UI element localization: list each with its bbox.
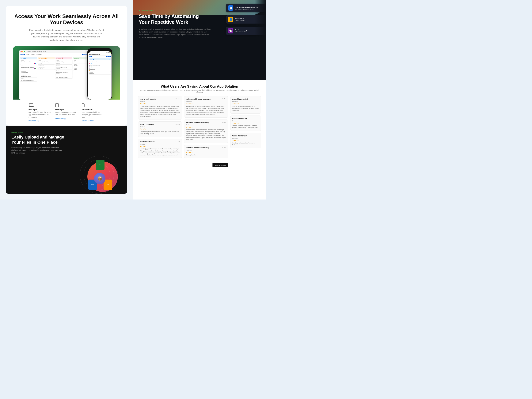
svg-rect-1 xyxy=(29,106,34,107)
review-date-1: 31. Jan xyxy=(176,124,180,125)
mac-download-link[interactable]: Download app xyxy=(28,120,51,122)
table-btn[interactable]: Table xyxy=(31,54,35,55)
review-title-8: Works Well for Sim xyxy=(232,135,247,137)
automate-label: Automate Your Day xyxy=(139,10,260,11)
review-date-0: 31. Jan xyxy=(176,98,180,100)
review-author-7: Reviewer xyxy=(232,120,259,122)
review-stars-8: ★★★☆☆ xyxy=(232,140,259,141)
breadcrumb: ← Back Website Redesign 2024 xyxy=(27,51,46,52)
review-stars-5: ★★★★☆ xyxy=(186,152,226,153)
review-author-6: Reviewer xyxy=(232,101,259,102)
xls-file-icon: XLS xyxy=(96,160,104,170)
review-card-1: Super Convenient! 31. Jan Reviewer ★★★★★… xyxy=(138,121,182,137)
review-author-8: Reviewer xyxy=(232,138,259,139)
mac-desc: Unlock the full potential of our app wit… xyxy=(28,111,51,118)
phone-frame: 9:41 ▐▐▐ WiFi 🔋 Website Redesign 2024 Bo… xyxy=(87,48,112,100)
review-stars-7: ★★★★☆ xyxy=(232,122,259,124)
review-card-3: Solid App with Room for Growth 31. Jan R… xyxy=(184,96,228,118)
upload-section: Upload Center Easily Upload and Manage Y… xyxy=(6,126,127,194)
svg-point-5 xyxy=(83,107,83,107)
review-text-5: This app handle xyxy=(186,154,226,156)
mac-name: Mac app xyxy=(28,108,51,111)
reviews-left-col: Best of Both Worlds! 31. Jan Reviewer ★★… xyxy=(138,96,182,167)
review-date-4: 31. Jan xyxy=(222,122,226,123)
iphone-icon xyxy=(82,103,87,107)
left-panel: Access Your Work Seamlessly Across All Y… xyxy=(0,0,133,200)
review-title-6: Everything I Needed xyxy=(232,98,248,100)
svg-point-3 xyxy=(57,107,57,107)
review-title-2: All-in-One Solution! xyxy=(140,141,155,143)
review-title-3: Solid App with Room for Growth xyxy=(186,98,211,100)
reviews-section-subtitle: Discover how our system revolutionizes p… xyxy=(138,89,261,93)
review-author-2: Reviewer xyxy=(140,143,180,145)
tablet-frame: ← Back Website Redesign 2024 Board List … xyxy=(19,50,91,100)
reviews-section: What Users Are Saying About Our App Solu… xyxy=(133,80,266,200)
review-card-8: Works Well for Sim Reviewer ★★★☆☆ Great … xyxy=(230,133,261,148)
reviews-right-col: Everything I Needed Reviewer ★★★★★ This … xyxy=(230,96,261,167)
reviews-grid: Best of Both Worlds! 31. Jan Reviewer ★★… xyxy=(138,96,261,167)
review-title-0: Best of Both Worlds! xyxy=(140,98,156,100)
review-text-6: This app has comp can manage my da campa… xyxy=(232,105,259,112)
svg-rect-0 xyxy=(29,104,33,106)
ipad-icon xyxy=(55,103,60,107)
mac-device: Mac app Unlock the full potential of our… xyxy=(27,103,53,122)
download-section: Mac app Unlock the full potential of our… xyxy=(19,100,114,126)
hero-subtitle: Experience the flexibility to manage you… xyxy=(28,28,104,42)
reviews-middle-col: Solid App with Room for Growth 31. Jan R… xyxy=(184,96,228,167)
upload-desc: Effortlessly upload and manage all your … xyxy=(11,147,65,154)
review-title-7: Good Features, Bu xyxy=(232,118,247,120)
ipad-desc: Boost productivity on the go with our in… xyxy=(55,111,78,116)
calendar-btn[interactable]: Calendar xyxy=(36,54,42,55)
right-panel: Automate Your Day Save Time by Automatin… xyxy=(133,0,266,200)
review-text-1: Combines my email and marketing in one a… xyxy=(140,131,180,135)
upload-label: Upload Center xyxy=(11,131,122,133)
review-stars-4: ★★★★★ xyxy=(186,126,226,128)
reviews-section-title: What Users Are Saying About Our App Solu… xyxy=(138,85,261,89)
hero-section: Access Your Work Seamlessly Across All Y… xyxy=(6,6,127,126)
review-text-3: This app is pretty impressive for handli… xyxy=(186,105,226,115)
review-stars-1: ★★★★★ xyxy=(140,128,180,130)
phone-notch xyxy=(95,49,104,51)
ipad-device: iPad app Boost productivity on the go wi… xyxy=(53,103,80,122)
ipad-name: iPad app xyxy=(55,108,78,111)
iphone-name: iPhone app xyxy=(82,108,104,111)
review-stars-0: ★★★★★ xyxy=(140,103,180,105)
iphone-device: iPhone app Stay connected with our compa… xyxy=(80,103,106,122)
automate-title: Save Time by Automating Your Repetitive … xyxy=(139,13,205,25)
review-stars-2: ★★★★☆ xyxy=(140,146,180,147)
dot-green xyxy=(24,51,25,52)
list-btn[interactable]: List xyxy=(26,54,29,55)
dot-red xyxy=(20,51,22,52)
review-date-5: 31. Jan xyxy=(222,147,226,148)
review-date-3: 31. Jan xyxy=(222,98,226,100)
review-card-6: Everything I Needed Reviewer ★★★★★ This … xyxy=(230,96,261,114)
review-stars-3: ★★★★☆ xyxy=(186,103,226,105)
iphone-desc: Stay connected with our compact, powerfu… xyxy=(82,111,104,118)
upload-title: Easily Upload and Manage Your Files in O… xyxy=(11,135,68,145)
review-card-7: Good Features, Bu Reviewer ★★★★☆ This ap… xyxy=(230,115,261,131)
board-btn[interactable]: Board xyxy=(20,54,25,55)
review-author-0: Reviewer xyxy=(140,101,180,102)
review-text-7: This app combines are powerful, but it t… xyxy=(232,125,259,129)
app-screenshot: ← Back Website Redesign 2024 Board List … xyxy=(13,46,120,100)
review-title-4: Excellent for Email Marketing! xyxy=(186,122,209,124)
review-stars-6: ★★★★★ xyxy=(232,103,259,105)
review-author-1: Reviewer xyxy=(140,126,180,127)
review-text-0: I've tried tons of email apps, but this … xyxy=(140,105,180,117)
mac-icon xyxy=(28,103,34,107)
hero-title: Access Your Work Seamlessly Across All Y… xyxy=(13,13,120,25)
review-text-4: As a freelancer, I needed something that… xyxy=(186,129,226,141)
review-author-3: Reviewer xyxy=(186,101,226,102)
automate-desc: Unlock new levels of productivity by aut… xyxy=(139,28,211,39)
svg-rect-6 xyxy=(83,104,84,104)
iphone-download-link[interactable]: Download app xyxy=(82,120,104,122)
ipad-download-link[interactable]: Download app xyxy=(55,118,78,120)
review-title-5: Excellent for Email Marketing! xyxy=(186,147,209,149)
review-author-5: Reviewer xyxy=(186,150,226,151)
view-all-reviews-button[interactable]: View all reviews xyxy=(212,163,228,167)
sphere-icon: 📦 xyxy=(97,176,102,181)
automate-section: Automate Your Day Save Time by Automatin… xyxy=(133,0,266,80)
review-text-2: I used to juggle different apps for emai… xyxy=(140,148,180,156)
review-text-8: Great app for basic but don't expect ad … xyxy=(232,142,259,146)
review-card-4: Excellent for Email Marketing! 31. Jan R… xyxy=(184,120,228,143)
